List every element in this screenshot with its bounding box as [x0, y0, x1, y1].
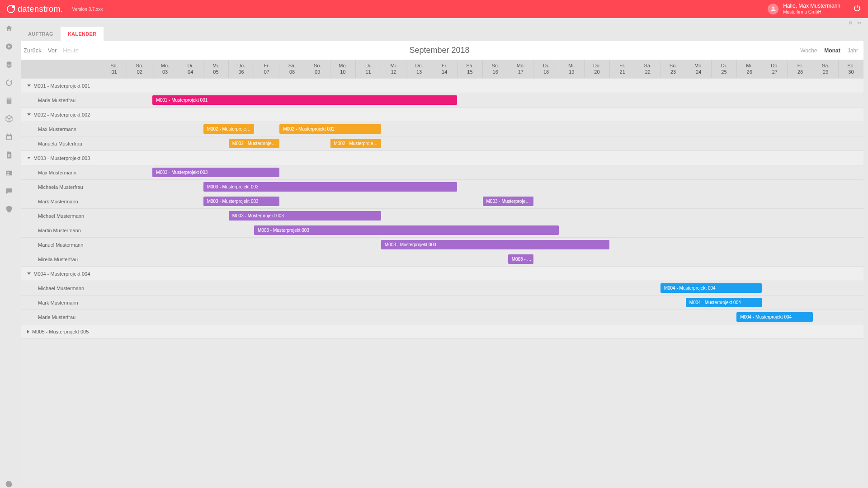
view-month[interactable]: Monat — [824, 47, 840, 54]
day-header: Fr.21 — [609, 60, 635, 78]
group-track — [102, 79, 863, 93]
day-header: Mi.26 — [736, 60, 762, 78]
person-row: Mark Mustermann — [21, 296, 102, 310]
refresh-icon[interactable] — [5, 79, 13, 87]
contacts-icon[interactable] — [5, 169, 13, 177]
group-track — [102, 324, 863, 338]
gantt-bar[interactable]: M004 - Musterprojekt 004 — [736, 312, 813, 322]
gantt-track: M003 - Musterprojekt 003 — [102, 180, 863, 194]
group-row[interactable]: M001 - Musterprojekt 001 — [21, 79, 102, 93]
view-week[interactable]: Woche — [800, 47, 817, 54]
svg-rect-11 — [7, 136, 11, 140]
svg-rect-16 — [8, 156, 9, 157]
svg-point-9 — [10, 102, 11, 103]
group-name: M003 - Musterprojekt 003 — [33, 155, 90, 161]
caret-icon[interactable] — [27, 113, 31, 116]
gantt-bar[interactable]: M002 - Musterprojekt 002 — [279, 124, 381, 134]
gantt-bar[interactable]: M001 - Musterprojekt 001 — [152, 95, 457, 105]
day-header: Di.25 — [711, 60, 736, 78]
tabs: AUFTRAGKALENDER — [21, 27, 863, 41]
gantt-bar[interactable]: M004 - Musterprojekt 004 — [686, 298, 762, 307]
shield-icon[interactable] — [5, 205, 13, 213]
gantt-track: M004 - Musterprojekt 004 — [102, 281, 863, 295]
gantt-track: M002 - Musterproje…M002 - Musterproje… — [102, 136, 863, 150]
calendar-title: September 2018 — [79, 46, 800, 55]
svg-point-6 — [10, 100, 11, 101]
day-header: So.30 — [838, 60, 863, 78]
caret-icon[interactable] — [27, 157, 31, 159]
gantt-body[interactable]: M001 - Musterprojekt 001Maria Musterfrau… — [21, 79, 863, 483]
caret-icon[interactable] — [27, 84, 31, 87]
gantt-bar[interactable]: M003 - Musterprojekt 003 — [203, 197, 280, 206]
group-track — [102, 267, 863, 281]
day-header: Fr.28 — [787, 60, 812, 78]
nav-back-button[interactable]: Zurück — [24, 47, 42, 54]
avatar-icon — [768, 4, 778, 14]
gantt-bar[interactable]: M003 - Musterproje… — [483, 197, 533, 206]
day-header: Sa.08 — [279, 60, 304, 78]
gantt-track: M003 - Musterprojekt 003 — [102, 209, 863, 223]
row-header-spacer — [21, 60, 102, 78]
svg-point-5 — [9, 100, 9, 101]
gantt-bar[interactable]: M002 - Musterproje… — [229, 139, 279, 148]
gantt-track: M003 - Musterprojekt 003 — [102, 165, 863, 179]
day-header: Mo.10 — [330, 60, 355, 78]
tab-auftrag[interactable]: AUFTRAG — [21, 27, 61, 41]
svg-point-18 — [7, 172, 9, 174]
person-row: Marie Musterfrau — [21, 310, 102, 324]
gantt-track: M003 - Musterprojekt 003 — [102, 238, 863, 252]
svg-point-8 — [9, 102, 9, 103]
settings-icon[interactable] — [5, 480, 13, 488]
day-header: Mo.03 — [152, 60, 177, 78]
day-header: Mi.19 — [559, 60, 584, 78]
gantt-bar[interactable]: M003 - Musterprojekt 003 — [203, 182, 458, 192]
play-icon[interactable] — [5, 42, 13, 51]
gantt-bar[interactable]: M002 - Musterproje… — [203, 124, 254, 134]
group-row[interactable]: M004 - Musterprojekt 004 — [21, 267, 102, 281]
document-icon[interactable] — [5, 151, 13, 159]
chat-icon[interactable] — [5, 187, 13, 195]
day-header: Sa.15 — [457, 60, 482, 78]
person-row: Mirella Musterfrau — [21, 252, 102, 266]
day-header: Sa.01 — [102, 60, 127, 78]
user-area[interactable]: Hallo, Max Mustermann Musterfirma GmbH — [768, 3, 861, 14]
nav-forward-button[interactable]: Vor — [48, 47, 57, 54]
gantt-bar[interactable]: M003 - Musterprojekt 003 — [229, 211, 381, 221]
gantt-track: M004 - Musterprojekt 004 — [102, 296, 863, 310]
home-icon[interactable] — [5, 24, 13, 33]
gantt-bar[interactable]: M003 - Musterprojekt 003 — [254, 225, 559, 235]
person-row: Michael Mustermann — [21, 209, 102, 223]
tab-kalender[interactable]: KALENDER — [61, 27, 104, 41]
group-row[interactable]: M005 - Musterprojekt 005 — [21, 324, 102, 338]
person-row: Manuela Musterfrau — [21, 136, 102, 150]
gantt-bar[interactable]: M003 - … — [508, 254, 533, 264]
caret-icon[interactable] — [27, 330, 29, 333]
group-row[interactable]: M002 - Musterprojekt 002 — [21, 108, 102, 122]
day-header: Di.04 — [178, 60, 203, 78]
cube-icon[interactable] — [5, 115, 13, 123]
day-header: So.09 — [305, 60, 330, 78]
group-row[interactable]: M003 - Musterprojekt 003 — [21, 151, 102, 165]
gantt-bar[interactable]: M003 - Musterprojekt 003 — [152, 168, 279, 177]
view-year[interactable]: Jahr — [848, 47, 858, 54]
gantt-track: M003 - … — [102, 252, 863, 266]
day-header: So.02 — [127, 60, 152, 78]
gantt-bar[interactable]: M002 - Musterproje… — [330, 139, 381, 148]
day-header: Do.13 — [406, 60, 431, 78]
nav-today-button[interactable]: Heute — [63, 47, 79, 54]
calendar-icon[interactable] — [5, 133, 13, 141]
calculator-icon[interactable] — [5, 97, 13, 105]
database-icon[interactable] — [5, 61, 13, 69]
day-header: Mi.05 — [203, 60, 228, 78]
person-row: Max Mustermann — [21, 122, 102, 136]
brand-logo[interactable]: datenstrom. — [7, 5, 63, 14]
caret-icon[interactable] — [27, 272, 31, 275]
gantt-bar[interactable]: M003 - Musterprojekt 003 — [381, 240, 610, 249]
gantt-bar[interactable]: M004 - Musterprojekt 004 — [660, 283, 762, 293]
logout-button[interactable] — [853, 4, 861, 14]
day-header: Do.27 — [762, 60, 787, 78]
group-name: M005 - Musterprojekt 005 — [32, 329, 89, 334]
window-controls[interactable]: ⧉ ⚏ — [21, 19, 863, 27]
svg-rect-15 — [8, 155, 10, 156]
person-row: Max Mustermann — [21, 165, 102, 179]
